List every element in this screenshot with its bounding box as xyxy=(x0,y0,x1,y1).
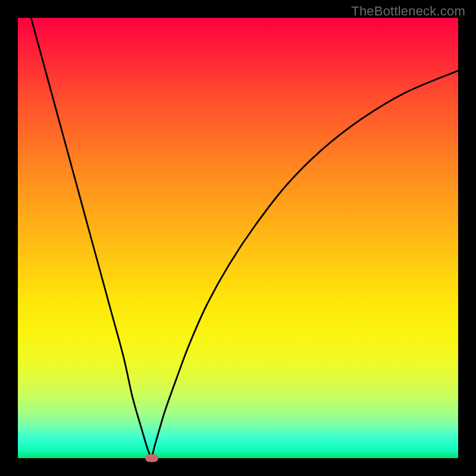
curve-svg xyxy=(18,18,458,458)
curve-right-branch xyxy=(152,71,458,458)
minimum-marker xyxy=(145,455,158,462)
curve-left-branch xyxy=(31,18,152,458)
chart-plot-area xyxy=(18,18,458,458)
watermark-text: TheBottleneck.com xyxy=(351,4,465,19)
